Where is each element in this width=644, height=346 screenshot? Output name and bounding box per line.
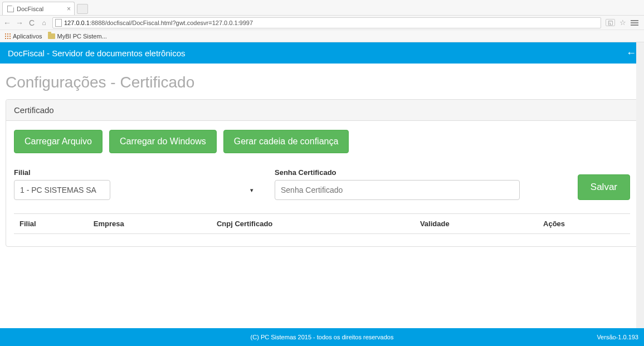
nav-home-icon[interactable]: ⌂ [40,19,48,27]
page-title: Configurações - Certificado [6,74,638,91]
apps-bookmark[interactable]: Aplicativos [4,33,42,40]
page-icon [7,6,14,12]
dev-badge: ◱ [606,19,615,26]
th-empresa: Empresa [88,214,211,234]
nav-reload-icon[interactable]: C [28,18,36,27]
th-validade: Validade [414,214,538,234]
new-tab-button[interactable] [77,4,88,14]
nav-back-icon[interactable]: ← [3,18,11,27]
bookmark-star-icon[interactable]: ☆ [619,18,626,27]
certificate-panel: Certificado Carregar Arquivo Carregar do… [6,99,638,247]
folder-bookmark[interactable]: MyBI PC Sistem... [48,33,107,40]
senha-label: Senha Certificado [275,168,520,177]
url-host: 127.0.0.1 [64,20,90,26]
gen-chain-button[interactable]: Gerar cadeia de confiança [223,130,349,153]
browser-tab-strip: DocFiscal × [0,0,644,16]
certificates-table: Filial Empresa Cnpj Certificado Validade… [14,213,630,234]
url-input[interactable]: 127.0.0.1:8888/docfiscal/DocFiscal.html?… [52,17,601,28]
url-path: :8888/docfiscal/DocFiscal.html?gwt.codes… [90,20,253,26]
folder-icon [48,33,55,39]
browser-tab[interactable]: DocFiscal × [2,2,75,15]
app-header-title: DocFiscal - Servidor de documentos eletr… [8,48,185,58]
senha-input[interactable] [275,180,520,200]
th-acoes: Ações [538,214,630,234]
load-file-button[interactable]: Carregar Arquivo [14,130,103,153]
app-header: DocFiscal - Servidor de documentos eletr… [0,42,644,64]
address-bar-row: ← → C ⌂ 127.0.0.1:8888/docfiscal/DocFisc… [0,16,644,30]
folder-label: MyBI PC Sistem... [57,33,107,40]
filial-label: Filial [14,168,259,177]
tab-close-icon[interactable]: × [67,5,71,13]
apps-label: Aplicativos [13,33,42,40]
filial-select[interactable]: 1 - PC SISTEMAS SA [14,180,110,200]
doc-icon [55,19,62,27]
load-windows-button[interactable]: Carregar do Windows [109,130,217,153]
th-filial: Filial [14,214,88,234]
apps-grid-icon [4,33,11,39]
th-cnpj: Cnpj Certificado [211,214,414,234]
browser-menu-icon[interactable] [631,20,638,26]
scrollbar-track[interactable] [636,42,644,252]
header-back-icon[interactable]: ← [626,47,636,59]
tab-title: DocFiscal [17,6,43,12]
panel-header: Certificado [6,100,638,121]
save-button[interactable]: Salvar [578,174,630,200]
nav-forward-icon[interactable]: → [16,18,23,27]
bookmark-bar: Aplicativos MyBI PC Sistem... [0,30,644,42]
